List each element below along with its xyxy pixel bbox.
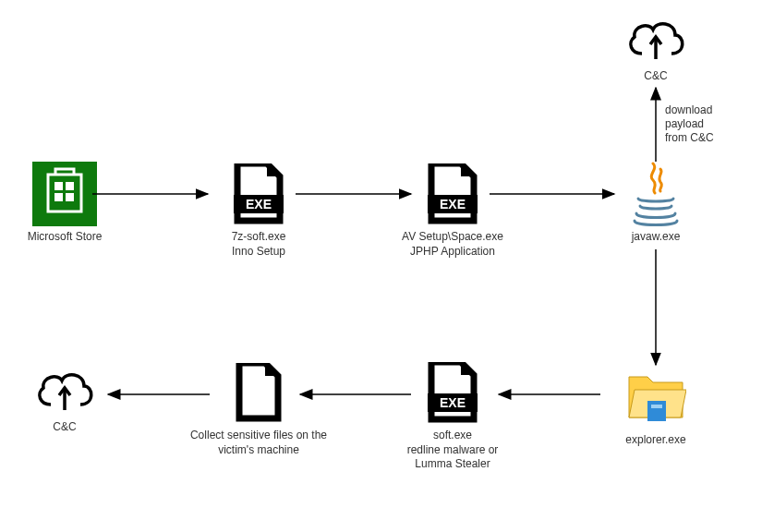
node-label: Microsoft Store [9, 230, 120, 245]
svg-text:EXE: EXE [246, 197, 272, 212]
svg-text:EXE: EXE [440, 395, 466, 410]
node-7z-soft: EXE 7z-soft.exe Inno Setup [194, 162, 323, 259]
node-sublabel: redline malware or [388, 443, 517, 458]
node-label: AV Setup\Space.exe [388, 230, 517, 245]
arrow-javaw-to-cnc [654, 83, 658, 166]
node-sublabel: Inno Setup [194, 245, 323, 260]
svg-rect-12 [651, 405, 662, 408]
svg-rect-11 [647, 401, 666, 421]
node-javaw: javaw.exe [600, 162, 711, 245]
node-label: C&C [600, 69, 711, 84]
node-sublabel: victim's machine [185, 443, 333, 458]
node-soft-exe: EXE soft.exe redline malware or Lumma St… [388, 360, 517, 472]
arrow-7z-to-avsetup [296, 192, 416, 196]
arrow-javaw-to-explorer [654, 249, 658, 369]
arrow-soft-to-collect [296, 393, 416, 396]
node-cnc-top: C&C [600, 14, 711, 84]
arrow-explorer-to-soft [494, 393, 605, 396]
node-av-setup: EXE AV Setup\Space.exe JPHP Application [388, 162, 517, 259]
node-cnc-left: C&C [18, 365, 111, 435]
edge-label-download: download payload from C&C [665, 103, 730, 145]
svg-rect-2 [54, 182, 63, 190]
svg-rect-4 [54, 193, 63, 201]
node-sublabel: JPHP Application [388, 245, 517, 260]
svg-rect-5 [66, 193, 74, 201]
node-label: Collect sensitive files on the [185, 429, 333, 443]
cloud-upload-icon [600, 14, 711, 66]
node-label: 7z-soft.exe [194, 230, 323, 245]
node-label: C&C [18, 420, 111, 435]
svg-text:EXE: EXE [440, 197, 466, 212]
svg-rect-3 [66, 182, 74, 190]
node-explorer: explorer.exe [600, 365, 711, 448]
node-microsoft-store: Microsoft Store [9, 162, 120, 245]
arrow-collect-to-cnc [103, 393, 214, 396]
svg-rect-0 [32, 162, 97, 226]
node-label: soft.exe [388, 429, 517, 443]
arrow-msstore-to-7z [92, 192, 212, 196]
node-sublabel: Lumma Stealer [388, 457, 517, 472]
node-label: javaw.exe [600, 230, 711, 245]
explorer-icon [600, 365, 711, 429]
cloud-upload-icon [18, 365, 111, 417]
node-collect-files: Collect sensitive files on the victim's … [185, 360, 333, 457]
arrow-avsetup-to-javaw [490, 192, 619, 196]
node-label: explorer.exe [600, 433, 711, 448]
